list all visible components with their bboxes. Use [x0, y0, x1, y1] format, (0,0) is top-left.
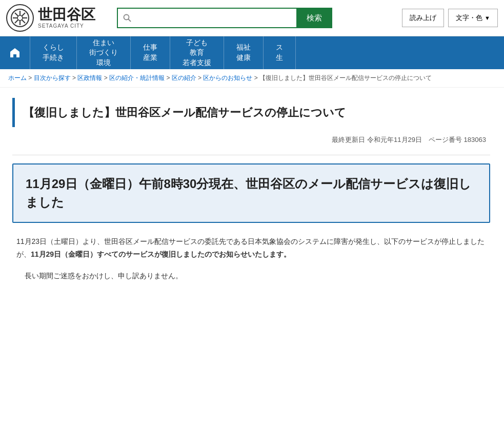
breadcrumb-separator-2: >: [72, 74, 77, 81]
breadcrumb-separator-4: >: [166, 74, 171, 81]
logo-text: 世田谷区 SETAGAYA CITY: [38, 7, 95, 29]
nav-item-housing-label: 住まい街づくり環境: [89, 38, 118, 68]
logo-icon: [6, 4, 34, 32]
nav-item-business[interactable]: 仕事産業: [131, 36, 170, 69]
search-input-wrapper: [117, 8, 296, 28]
nav-item-housing[interactable]: 住まい街づくり環境: [77, 36, 131, 69]
article-title-box: 【復旧しました】世田谷区メール配信サービスの停止について: [12, 98, 490, 127]
breadcrumb-index[interactable]: 目次から探す: [34, 74, 71, 81]
read-aloud-button[interactable]: 読み上げ: [402, 9, 444, 27]
body-apology: 長い期間ご迷惑をおかけし、申し訳ありません。: [12, 270, 490, 282]
breadcrumb: ホーム > 目次から探す > 区政情報 > 区の紹介・統計情報 > 区の紹介 >…: [0, 69, 504, 88]
header-buttons: 読み上げ 文字・色 ▼: [402, 9, 498, 27]
article-meta: 最終更新日 令和元年11月29日 ページ番号 183063: [12, 135, 490, 145]
site-header: 世田谷区 SETAGAYA CITY 検索 読み上げ 文字・色 ▼: [0, 0, 504, 36]
breadcrumb-separator-5: >: [198, 74, 203, 81]
nav-item-children-label: 子ども教育若者支援: [183, 38, 211, 68]
nav-item-living[interactable]: くらし手続き: [30, 36, 77, 69]
read-aloud-label: 読み上げ: [410, 13, 436, 23]
site-name: 世田谷区: [38, 7, 95, 23]
font-color-label: 文字・色: [456, 13, 482, 23]
search-input[interactable]: [134, 14, 291, 22]
site-subtitle: SETAGAYA CITY: [38, 23, 95, 29]
nav-item-welfare[interactable]: 福祉健康: [224, 36, 264, 69]
body-paragraph-1: 11月23日（土曜日）より、世田谷区メール配信サービスの委託先である日本気象協会…: [12, 235, 490, 261]
highlight-box: 11月29日（金曜日）午前8時30分現在、世田谷区のメール配信サービスは復旧しま…: [12, 163, 490, 223]
nav-home-button[interactable]: [0, 36, 30, 69]
article-title: 【復旧しました】世田谷区メール配信サービスの停止について: [23, 104, 482, 121]
body-text-bold: 11月29日（金曜日）すべてのサービスが復旧しましたのでお知らせいたします。: [31, 250, 291, 258]
breadcrumb-ward-info[interactable]: 区政情報: [77, 74, 102, 81]
nav-item-children[interactable]: 子ども教育若者支援: [170, 36, 224, 69]
breadcrumb-separator-6: >: [254, 74, 259, 81]
breadcrumb-intro-stats[interactable]: 区の紹介・統計情報: [109, 74, 165, 81]
breadcrumb-separator-1: >: [28, 74, 33, 81]
breadcrumb-separator-3: >: [104, 74, 109, 81]
chevron-down-icon: ▼: [485, 15, 490, 21]
highlight-box-text: 11月29日（金曜日）午前8時30分現在、世田谷区のメール配信サービスは復旧しま…: [26, 175, 477, 212]
font-color-button[interactable]: 文字・色 ▼: [448, 9, 498, 27]
main-content: 【復旧しました】世田谷区メール配信サービスの停止について 最終更新日 令和元年1…: [0, 88, 502, 311]
breadcrumb-notice[interactable]: 区からのお知らせ: [203, 74, 252, 81]
svg-point-5: [17, 15, 23, 20]
nav-item-more-label: ス生: [276, 43, 283, 63]
nav-item-living-label: くらし手続き: [43, 43, 64, 63]
breadcrumb-home[interactable]: ホーム: [8, 74, 27, 81]
search-button[interactable]: 検索: [296, 8, 332, 28]
svg-line-7: [129, 19, 131, 22]
main-nav: くらし手続き 住まい街づくり環境 仕事産業 子ども教育若者支援 福祉健康 ス生: [0, 36, 504, 69]
breadcrumb-current: 【復旧しました】世田谷区メール配信サービスの停止について: [259, 74, 432, 81]
separator-1: [12, 155, 490, 155]
logo-area: 世田谷区 SETAGAYA CITY: [6, 4, 109, 32]
search-icon: [123, 14, 131, 22]
nav-item-business-label: 仕事産業: [143, 43, 157, 63]
search-area: 検索: [117, 8, 332, 28]
breadcrumb-intro[interactable]: 区の紹介: [172, 74, 196, 81]
nav-item-welfare-label: 福祉健康: [236, 43, 251, 63]
nav-item-more[interactable]: ス生: [264, 36, 296, 69]
